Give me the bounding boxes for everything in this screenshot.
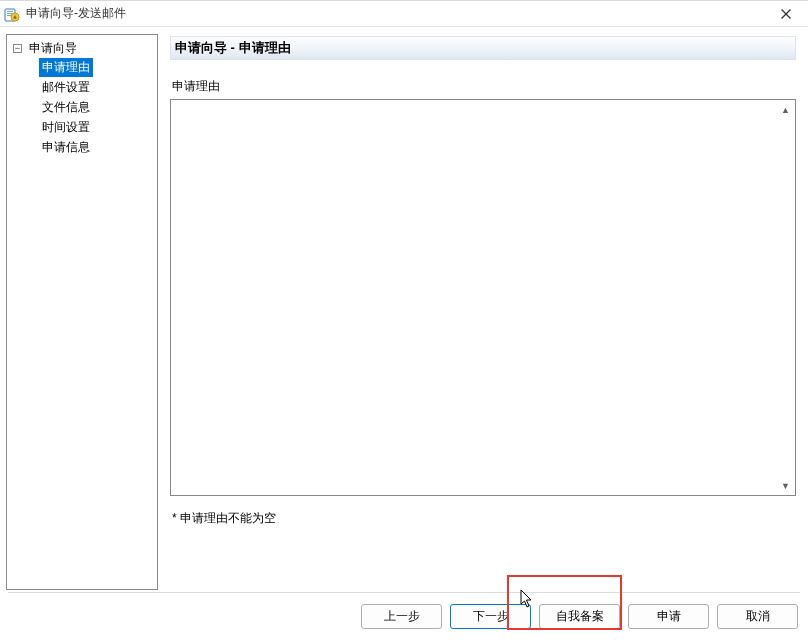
wizard-button-row: 上一步 下一步 自我备案 申请 取消 <box>0 593 808 640</box>
tree-root-node[interactable]: 申请向导 <box>26 39 80 58</box>
reason-label: 申请理由 <box>172 78 796 95</box>
tree-node[interactable]: 申请信息 <box>39 138 93 157</box>
title-bar: 申请向导-发送邮件 <box>0 1 808 27</box>
wizard-tree-pane: − 申请向导 申请理由邮件设置文件信息时间设置申请信息 <box>6 34 158 590</box>
svg-rect-1 <box>7 11 13 12</box>
dialog-window: 申请向导-发送邮件 − 申请向导 申请理由邮件设置文件信息时间设置申请信息 申请 <box>0 0 808 640</box>
svg-rect-6 <box>14 16 17 18</box>
tree-node[interactable]: 申请理由 <box>39 58 93 77</box>
app-icon <box>4 6 20 22</box>
self-archive-button[interactable]: 自我备案 <box>539 604 620 629</box>
validation-message: * 申请理由不能为空 <box>172 510 796 527</box>
prev-button[interactable]: 上一步 <box>361 604 442 629</box>
tree-expander-icon[interactable]: − <box>13 44 22 53</box>
close-button[interactable] <box>770 3 802 25</box>
window-title: 申请向导-发送邮件 <box>26 5 770 22</box>
pane-header: 申请向导 - 申请理由 <box>170 36 796 60</box>
tree-node[interactable]: 文件信息 <box>39 98 93 117</box>
cancel-button[interactable]: 取消 <box>717 604 798 629</box>
content-area: − 申请向导 申请理由邮件设置文件信息时间设置申请信息 申请向导 - 申请理由 … <box>0 28 808 593</box>
wizard-step-pane: 申请向导 - 申请理由 申请理由 ▲ ▼ * 申请理由不能为空 <box>158 34 802 593</box>
tree-node[interactable]: 邮件设置 <box>39 78 93 97</box>
tree-node[interactable]: 时间设置 <box>39 118 93 137</box>
reason-textarea[interactable] <box>170 99 796 496</box>
apply-button[interactable]: 申请 <box>628 604 709 629</box>
next-button[interactable]: 下一步 <box>450 604 531 629</box>
